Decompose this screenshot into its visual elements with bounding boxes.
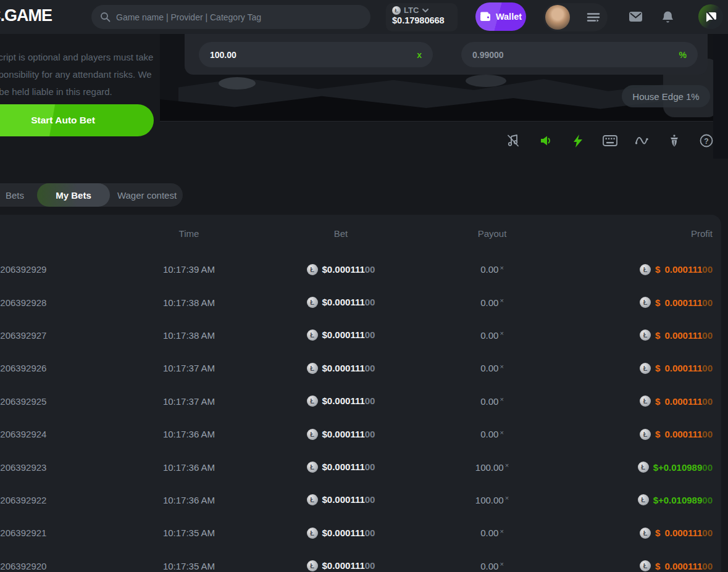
table-header-row: Time Bet Payout Profit: [0, 215, 721, 253]
table-body: 8206392929 10:17:39 AM Ł $0.00011100 0.0…: [0, 253, 721, 572]
table-row[interactable]: 8206392922 10:17:36 AM Ł $0.00011100 100…: [0, 484, 721, 516]
payout-multiplier: 0.00×: [418, 418, 566, 450]
mail-icon[interactable]: [629, 10, 643, 23]
ltc-coin-icon: Ł: [307, 528, 318, 539]
autobet-panel: script is optional and players must take…: [0, 34, 160, 159]
profit-amount: Ł $0.00011100: [640, 286, 713, 318]
profit-amount: Ł $0.00011100: [640, 385, 713, 418]
search-input[interactable]: Game name | Provider | Category Tag: [91, 5, 370, 29]
tab-my-bets[interactable]: My Bets: [37, 183, 110, 207]
svg-text:?: ?: [704, 137, 708, 146]
ltc-coin-icon: Ł: [638, 494, 649, 505]
profit-value: $0.00011100: [655, 528, 713, 538]
live-stats-icon[interactable]: [635, 133, 650, 148]
wallet-label: Wallet: [496, 12, 522, 22]
table-row[interactable]: 8206392920 10:17:35 AM Ł $0.00011100 0.0…: [0, 550, 721, 572]
win-chance-input[interactable]: 0.99000 %: [461, 42, 698, 67]
chat-icon[interactable]: [698, 4, 723, 29]
currency-row: Ł LTC: [392, 6, 451, 15]
bet-value: $0.00011100: [322, 330, 375, 341]
disclaimer-line: t be held liable in this regard.: [0, 83, 160, 101]
start-auto-bet-button[interactable]: Start Auto Bet: [0, 104, 154, 136]
sound-icon[interactable]: [538, 133, 553, 148]
avatar[interactable]: [545, 5, 570, 30]
ltc-coin-icon: Ł: [638, 462, 649, 473]
chevron-down-icon: [422, 8, 429, 13]
table-row[interactable]: 8206392925 10:17:37 AM Ł $0.00011100 0.0…: [0, 385, 721, 418]
multiply-icon: ×: [500, 297, 503, 304]
bet-value: $0.00011100: [322, 363, 375, 374]
multiply-icon: ×: [505, 462, 509, 469]
ltc-coin-icon: Ł: [640, 363, 651, 374]
profit-value: $0.00011100: [655, 429, 713, 439]
percent-icon: %: [679, 50, 687, 60]
bet-amount: Ł $0.00011100: [267, 516, 415, 549]
profit-value: $0.00011100: [655, 264, 713, 275]
table-row[interactable]: 8206392924 10:17:36 AM Ł $0.00011100 0.0…: [0, 418, 721, 450]
bets-tab-group: Bets My Bets Wager contest: [0, 183, 183, 207]
search-icon: [100, 12, 111, 22]
multiply-icon: ×: [500, 429, 503, 436]
table-row[interactable]: 8206392927 10:17:38 AM Ł $0.00011100 0.0…: [0, 319, 721, 352]
wallet-button[interactable]: Wallet: [475, 2, 526, 31]
seed-icon[interactable]: [667, 133, 682, 148]
bet-id: 8206392924: [0, 418, 112, 450]
payout-multiplier: 0.00×: [418, 385, 566, 418]
table-row[interactable]: 8206392923 10:17:36 AM Ł $0.00011100 100…: [0, 450, 721, 483]
bell-icon[interactable]: [661, 10, 674, 24]
bet-id: 8206392920: [0, 550, 112, 572]
hamburger-icon[interactable]: [587, 12, 600, 22]
bet-time: 10:17:35 AM: [115, 516, 263, 549]
payout-multiplier: 0.00×: [418, 286, 566, 318]
payout-multiplier-input[interactable]: 100.00 x: [199, 42, 433, 67]
ltc-coin-icon: Ł: [640, 528, 651, 539]
payout-multiplier: 0.00×: [418, 352, 566, 384]
user-menu[interactable]: [543, 3, 608, 31]
payout-multiplier: 100.00×: [418, 484, 566, 516]
brand-logo[interactable]: C.GAME: [0, 6, 52, 25]
bet-value: $0.00011100: [322, 264, 375, 275]
profit-amount: Ł $0.00011100: [640, 253, 713, 286]
profit-value: $0.00011100: [655, 297, 713, 308]
col-header-bet: Bet: [267, 215, 415, 253]
bet-time: 10:17:39 AM: [115, 253, 263, 286]
bet-time: 10:17:37 AM: [115, 385, 263, 418]
hotkeys-icon[interactable]: [603, 133, 617, 148]
ltc-coin-icon: Ł: [640, 429, 651, 440]
payout-multiplier: 0.00×: [418, 550, 566, 572]
ltc-coin-icon: Ł: [307, 264, 318, 275]
table-row[interactable]: 8206392921 10:17:35 AM Ł $0.00011100 0.0…: [0, 516, 721, 549]
ltc-coin-icon: Ł: [307, 396, 318, 407]
ltc-coin-icon: Ł: [307, 363, 318, 374]
profit-amount: Ł $0.00011100: [640, 319, 713, 352]
bet-id: 8206392922: [0, 484, 112, 516]
ltc-coin-icon: Ł: [640, 330, 651, 341]
bet-amount: Ł $0.00011100: [267, 385, 415, 418]
music-off-icon[interactable]: [506, 133, 521, 148]
game-art-rock: [466, 75, 506, 87]
tab-wager-contest[interactable]: Wager contest: [111, 183, 183, 207]
bet-value: $0.00011100: [322, 462, 375, 473]
balance-amount: $0.17980668: [392, 15, 451, 25]
currency-selector[interactable]: Ł LTC $0.17980668: [386, 3, 458, 31]
ltc-coin-icon: Ł: [640, 264, 651, 275]
payout-multiplier: 100.00×: [418, 450, 566, 483]
ltc-coin-icon: Ł: [392, 6, 401, 15]
help-icon[interactable]: ?: [699, 133, 713, 148]
payout-multiplier: 0.00×: [418, 516, 566, 549]
bet-id: 8206392925: [0, 385, 112, 418]
profit-value: $0.00011100: [655, 396, 713, 407]
bet-amount: Ł $0.00011100: [267, 484, 415, 516]
bet-value: $0.00011100: [322, 560, 375, 571]
search-placeholder: Game name | Provider | Category Tag: [116, 12, 261, 22]
ltc-coin-icon: Ł: [307, 560, 318, 571]
turbo-icon[interactable]: [571, 133, 585, 148]
table-row[interactable]: 8206392926 10:17:37 AM Ł $0.00011100 0.0…: [0, 352, 721, 384]
table-row[interactable]: 8206392928 10:17:38 AM Ł $0.00011100 0.0…: [0, 286, 721, 318]
col-header-payout: Payout: [418, 215, 566, 253]
profit-amount: Ł $0.00011100: [640, 550, 713, 572]
col-header-time: Time: [115, 215, 263, 253]
profit-value: $0.00011100: [655, 330, 713, 341]
game-panel: 100.00 x 0.99000 % House Edge 1%: [160, 34, 713, 159]
table-row[interactable]: 8206392929 10:17:39 AM Ł $0.00011100 0.0…: [0, 253, 721, 286]
